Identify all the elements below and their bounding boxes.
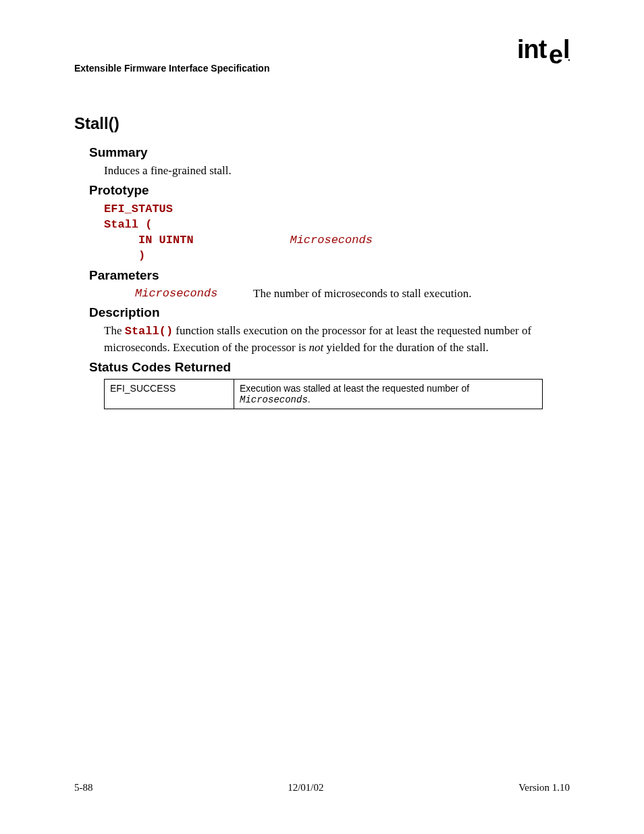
proto-line4: ) xyxy=(104,249,145,262)
status-code-cell: EFI_SUCCESS xyxy=(105,379,234,409)
parameter-row: Microseconds The number of microseconds … xyxy=(135,286,570,302)
proto-line2: Stall ( xyxy=(104,218,152,231)
proto-line3-param: Microseconds xyxy=(290,234,372,246)
footer-page-number: 5-88 xyxy=(74,782,93,793)
proto-line1: EFI_STATUS xyxy=(104,203,173,215)
table-row: EFI_SUCCESS Execution was stalled at lea… xyxy=(105,379,543,409)
desc-pre: The xyxy=(104,324,125,337)
summary-heading: Summary xyxy=(89,145,570,160)
status-desc-code: Microseconds xyxy=(240,394,308,405)
parameters-heading: Parameters xyxy=(89,268,570,283)
proto-line3-keyword: IN UINTN xyxy=(104,234,290,246)
footer-date: 12/01/02 xyxy=(288,782,323,793)
status-codes-table: EFI_SUCCESS Execution was stalled at lea… xyxy=(104,379,543,409)
footer-version: Version 1.10 xyxy=(518,782,570,793)
svg-text:int: int xyxy=(517,38,547,63)
header-title: Extensible Firmware Interface Specificat… xyxy=(74,63,269,74)
status-desc-pre: Execution was stalled at least the reque… xyxy=(240,383,469,394)
status-desc-cell: Execution was stalled at least the reque… xyxy=(234,379,543,409)
summary-text: Induces a fine-grained stall. xyxy=(104,163,570,179)
svg-text:e: e xyxy=(549,41,562,65)
description-text: The Stall() function stalls execution on… xyxy=(104,323,570,356)
desc-code-inline: Stall() xyxy=(125,325,173,338)
parameter-name: Microseconds xyxy=(135,286,253,302)
function-title: Stall() xyxy=(74,114,570,133)
intel-logo: int e l xyxy=(517,38,570,71)
page-header: Extensible Firmware Interface Specificat… xyxy=(74,41,570,74)
desc-post: yielded for the duration of the stall. xyxy=(323,341,489,354)
page-content: Extensible Firmware Interface Specificat… xyxy=(0,0,644,409)
desc-italic: not xyxy=(309,341,324,354)
prototype-heading: Prototype xyxy=(89,183,570,198)
status-desc-post: . xyxy=(308,394,311,405)
prototype-code: EFI_STATUS Stall ( IN UINTN Microseconds… xyxy=(104,202,570,264)
description-heading: Description xyxy=(89,305,570,320)
status-heading: Status Codes Returned xyxy=(89,360,570,375)
page-footer: 5-88 12/01/02 Version 1.10 xyxy=(74,782,570,793)
parameter-description: The number of microseconds to stall exec… xyxy=(253,286,471,302)
